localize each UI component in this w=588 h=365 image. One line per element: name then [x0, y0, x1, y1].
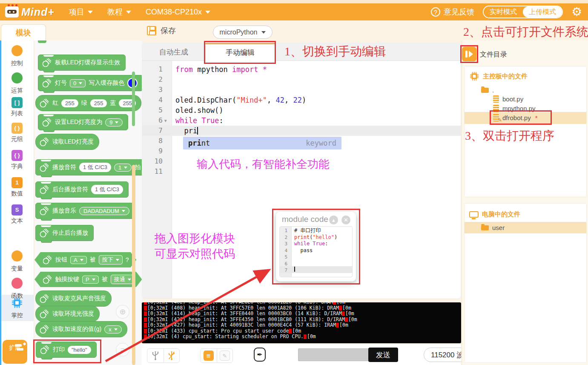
- extension-button[interactable]: 扩展: [3, 340, 27, 364]
- tree-row-dfrobotpy[interactable]: dfrobot.py *: [493, 114, 538, 121]
- tuple-category-icon: ( ): [11, 123, 23, 134]
- code-line-6[interactable]: while True:: [175, 115, 224, 126]
- gear-icon[interactable]: ⚙: [571, 6, 582, 18]
- menu-tutorial[interactable]: 教程: [107, 7, 131, 17]
- block-read-microphone[interactable]: 读取麦克风声音强度: [35, 290, 112, 307]
- autocomplete-popup[interactable]: print keyword: [183, 137, 341, 149]
- mindplus-app: Mind+ 项目 教程 COM38-CP210x ? 意见反馈 实时模式 上传模…: [0, 0, 588, 365]
- dropdown-caret-icon: [124, 167, 127, 169]
- touch-state-dropdown[interactable]: 接通: [111, 275, 135, 284]
- annotation-step1: 1、切换到手动编辑: [284, 43, 386, 60]
- language-select[interactable]: microPython: [213, 26, 272, 39]
- mode-live-button[interactable]: 实时模式: [484, 6, 523, 17]
- feedback-button[interactable]: ? 意见反馈: [431, 7, 474, 17]
- code-line-5[interactable]: oled.show(): [175, 105, 224, 115]
- workspace-scrollbar-thumb[interactable]: [132, 165, 135, 365]
- ansi-escape-block: [144, 317, 147, 322]
- tab-modules[interactable]: 模块: [1, 24, 46, 40]
- green-value-input[interactable]: 255: [90, 99, 107, 107]
- brightness-dropdown[interactable]: 9: [105, 118, 123, 126]
- tree-row-root[interactable]: .: [481, 86, 494, 94]
- music-dropdown[interactable]: DADADADUM: [79, 207, 129, 215]
- sidebar-item-operators[interactable]: 运算: [0, 72, 34, 95]
- workspace-zoom-in-button[interactable]: ⊕: [116, 305, 129, 319]
- print-value-input[interactable]: "hello": [68, 346, 91, 354]
- scroll-to-bottom-button[interactable]: ≣: [201, 349, 217, 362]
- usb-disconnect-button[interactable]: [163, 349, 180, 362]
- menu-project[interactable]: 项目: [69, 7, 93, 17]
- button-dropdown[interactable]: A: [70, 256, 87, 264]
- menu-serial-port[interactable]: COM38-CP210x: [146, 8, 210, 17]
- tab-auto-generate[interactable]: 自动生成: [142, 43, 205, 61]
- serial-send-input[interactable]: [298, 348, 379, 361]
- tab-manual-edit[interactable]: 手动编辑: [205, 43, 275, 61]
- block-button-pressed[interactable]: 按钮 A 被 按下 ?: [34, 252, 136, 267]
- usb-icon: [152, 351, 159, 360]
- question-icon: ?: [431, 7, 440, 17]
- popup-close-button[interactable]: ✕: [341, 216, 350, 224]
- block-write-buffer-color[interactable]: 灯号 0 写入缓存颜色: [38, 75, 142, 91]
- ansi-escape-block: [345, 317, 348, 322]
- block-read-led-brightness[interactable]: 读取LED灯亮度: [35, 134, 99, 150]
- clipped-block-stub: [38, 40, 46, 43]
- popup-collapse-button[interactable]: ▲: [329, 216, 338, 224]
- tree-row-mpythonpy[interactable]: mpython.py: [493, 105, 536, 112]
- led-number-dropdown[interactable]: 0: [70, 79, 86, 87]
- beat-dropdown[interactable]: 1: [114, 164, 132, 172]
- ansi-escape-block: [336, 323, 339, 328]
- line-number: 5: [280, 254, 287, 261]
- block-play-music[interactable]: 播放音乐 DADADADUM: [35, 203, 135, 219]
- block-play-note-background[interactable]: 后台播放音符 1 低 C/C3: [35, 181, 129, 198]
- clear-terminal-button[interactable]: ✒: [254, 348, 266, 362]
- edit-log-button[interactable]: ✎: [217, 349, 233, 362]
- block-touchkey-state[interactable]: 触摸按键 P 被 接通: [34, 272, 142, 287]
- send-button[interactable]: 发送: [368, 348, 398, 362]
- sidebar-item-board[interactable]: 掌控: [0, 297, 34, 319]
- tree-row-user[interactable]: user: [481, 224, 505, 231]
- block-print-hello[interactable]: 打印 "hello": [36, 342, 97, 358]
- sidebar-item-dict[interactable]: { } 字典: [0, 150, 34, 170]
- save-icon: [147, 26, 156, 35]
- block-led-buffer-show[interactable]: 板载LED灯缓存显示生效: [38, 55, 126, 71]
- red-value-input[interactable]: 255: [61, 99, 78, 107]
- block-read-acceleration[interactable]: 读取加速度的值(g) x: [35, 321, 127, 337]
- block-set-led-brightness[interactable]: 设置LED灯亮度为 9: [38, 114, 128, 130]
- save-button[interactable]: 保存: [147, 26, 176, 36]
- terminal-line: [0;32mI (414) heap_init: At 3FFE0440 len…: [144, 311, 357, 317]
- modified-indicator: *: [535, 114, 538, 121]
- touchkey-dropdown[interactable]: P: [82, 276, 99, 284]
- mindplus-logo[interactable]: Mind+: [5, 6, 54, 18]
- filesystem-toggle-button[interactable]: [462, 47, 476, 61]
- sidebar-item-variables[interactable]: 变量: [0, 250, 34, 273]
- mpython-block-icon: [39, 184, 49, 195]
- axis-dropdown[interactable]: x: [104, 325, 122, 333]
- mode-upload-button[interactable]: 上传模式: [523, 6, 562, 17]
- state-dropdown[interactable]: 按下: [99, 255, 123, 264]
- popup-cursor: [294, 266, 295, 273]
- sidebar-item-control[interactable]: 控制: [0, 45, 34, 67]
- computer-files-section[interactable]: 电脑中的文件: [469, 210, 520, 218]
- note-input[interactable]: 1 低 C/C3: [91, 185, 123, 194]
- block-read-ambient-light[interactable]: 读取环境光强度: [35, 306, 100, 322]
- workspace-zoom-reset-button[interactable]: =: [116, 343, 129, 356]
- tree-row-bootpy[interactable]: boot.py: [493, 95, 523, 103]
- popup-title: module code: [282, 215, 328, 224]
- block-play-note[interactable]: 播放音符 1 低 C/C3 1 拍: [35, 159, 142, 175]
- sidebar-item-text[interactable]: S 文本: [0, 204, 34, 225]
- note-input[interactable]: 1 低 C/C3: [79, 163, 111, 172]
- code-line-4[interactable]: oled.DispChar("Mind+", 42, 22): [175, 95, 306, 105]
- fold-caret-icon[interactable]: ▾: [164, 115, 167, 126]
- baud-rate-select[interactable]: 115200 波: [424, 348, 461, 362]
- code-line-7[interactable]: pri: [175, 126, 198, 136]
- sidebar-item-tuple[interactable]: ( ) 元组: [0, 123, 34, 143]
- sidebar-item-functions[interactable]: 函数: [0, 278, 34, 300]
- code-line-1[interactable]: from mpython import *: [175, 64, 267, 75]
- block-rgb-color[interactable]: 红 255 绿 255 蓝 255: [35, 95, 141, 111]
- mode-toggle: 实时模式 上传模式: [483, 6, 563, 18]
- sidebar-item-list[interactable]: [ ] 列表: [0, 97, 34, 118]
- sidebar-item-number[interactable]: 1 数值: [0, 177, 34, 198]
- usb-connect-button[interactable]: [147, 349, 163, 362]
- board-files-section[interactable]: 主控板中的文件: [469, 72, 528, 81]
- block-stop-background-play[interactable]: 停止后台播放: [35, 225, 94, 241]
- palette-scrollbar-thumb[interactable]: [132, 72, 135, 126]
